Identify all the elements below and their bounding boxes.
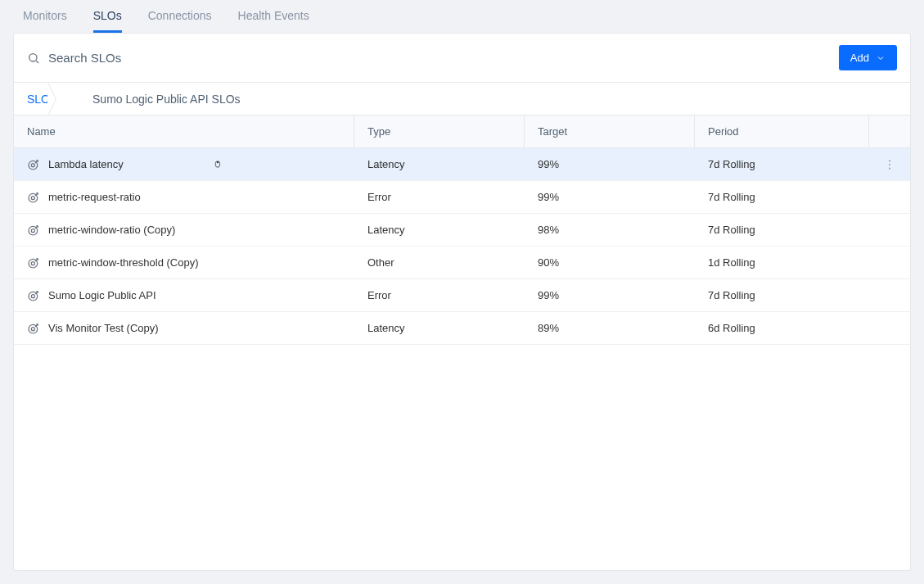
row-type: Other xyxy=(354,248,525,277)
table-body: Lambda latencyLatency99%7d Rollingmetric… xyxy=(14,148,910,345)
row-type: Latency xyxy=(354,215,525,244)
breadcrumb-root[interactable]: SLO xyxy=(27,83,65,115)
chevron-down-icon xyxy=(876,53,886,63)
svg-point-10 xyxy=(31,229,34,232)
svg-point-0 xyxy=(29,53,37,61)
col-actions xyxy=(869,122,910,142)
top-tabs: Monitors SLOs Connections Health Events xyxy=(0,0,924,33)
tab-slos[interactable]: SLOs xyxy=(93,0,122,33)
row-target: 90% xyxy=(525,248,695,277)
target-icon xyxy=(27,191,40,204)
row-name: metric-window-ratio (Copy) xyxy=(48,224,175,236)
row-period: 7d Rolling xyxy=(695,215,869,244)
row-target: 98% xyxy=(525,215,695,244)
table-row[interactable]: metric-window-threshold (Copy)Other90%1d… xyxy=(14,247,910,279)
row-actions xyxy=(869,150,910,179)
row-actions xyxy=(869,189,910,206)
row-name: Lambda latency xyxy=(48,158,124,170)
name-cell: metric-request-ratio xyxy=(14,183,354,212)
row-period: 7d Rolling xyxy=(695,281,869,310)
table-row[interactable]: metric-window-ratio (Copy)Latency98%7d R… xyxy=(14,214,910,247)
row-type: Latency xyxy=(354,314,525,342)
table-header: Name Type Target Period xyxy=(14,115,910,148)
slo-table: Name Type Target Period Lambda latencyLa… xyxy=(14,115,910,570)
col-name[interactable]: Name xyxy=(14,115,354,147)
col-target[interactable]: Target xyxy=(525,115,695,147)
row-period: 1d Rolling xyxy=(695,248,869,277)
more-icon[interactable] xyxy=(882,158,897,171)
tab-monitors[interactable]: Monitors xyxy=(23,0,67,33)
col-period[interactable]: Period xyxy=(695,115,869,147)
row-name: metric-window-threshold (Copy) xyxy=(48,256,199,269)
name-cell: metric-window-threshold (Copy) xyxy=(14,248,354,278)
row-target: 99% xyxy=(525,281,695,310)
tab-health-events[interactable]: Health Events xyxy=(238,0,309,33)
row-actions xyxy=(869,320,910,337)
col-type[interactable]: Type xyxy=(354,115,525,147)
svg-line-1 xyxy=(36,61,38,63)
row-actions xyxy=(869,287,910,304)
row-name: metric-request-ratio xyxy=(48,191,141,203)
svg-point-3 xyxy=(31,163,34,166)
target-icon xyxy=(27,256,40,269)
row-period: 6d Rolling xyxy=(695,314,869,342)
target-icon xyxy=(27,322,40,335)
row-period: 7d Rolling xyxy=(695,183,869,211)
row-period: 7d Rolling xyxy=(695,150,869,179)
name-cell: metric-window-ratio (Copy) xyxy=(14,215,354,245)
breadcrumb: SLO Sumo Logic Public API SLOs xyxy=(14,83,910,115)
breadcrumb-current: Sumo Logic Public API SLOs xyxy=(65,93,241,106)
row-actions xyxy=(869,255,910,271)
svg-point-12 xyxy=(31,261,34,265)
target-icon xyxy=(27,289,40,302)
svg-point-6 xyxy=(889,167,890,169)
svg-point-8 xyxy=(31,196,34,199)
target-icon xyxy=(27,224,40,237)
row-actions xyxy=(869,222,910,238)
table-row[interactable]: Vis Monitor Test (Copy)Latency89%6d Roll… xyxy=(14,312,910,345)
name-cell: Sumo Logic Public API xyxy=(14,281,354,310)
row-target: 99% xyxy=(525,183,695,211)
row-name: Sumo Logic Public API xyxy=(48,289,156,301)
row-type: Error xyxy=(354,281,525,310)
table-row[interactable]: metric-request-ratioError99%7d Rolling xyxy=(14,181,910,214)
row-target: 89% xyxy=(525,314,695,342)
svg-point-4 xyxy=(889,160,890,161)
row-type: Latency xyxy=(354,150,525,179)
row-type: Error xyxy=(354,183,525,211)
table-row[interactable]: Sumo Logic Public APIError99%7d Rolling xyxy=(14,279,910,312)
name-cell: Vis Monitor Test (Copy) xyxy=(14,314,354,343)
table-row[interactable]: Lambda latencyLatency99%7d Rolling xyxy=(14,148,910,181)
row-target: 99% xyxy=(525,150,695,179)
add-button-label: Add xyxy=(850,52,869,64)
row-name: Vis Monitor Test (Copy) xyxy=(48,322,159,334)
svg-point-16 xyxy=(31,327,34,330)
search-input[interactable] xyxy=(48,51,831,65)
search-icon xyxy=(27,52,40,65)
name-cell: Lambda latency xyxy=(14,150,354,179)
svg-point-5 xyxy=(889,163,890,165)
svg-point-14 xyxy=(31,294,34,297)
target-icon xyxy=(27,158,40,171)
tab-connections[interactable]: Connections xyxy=(148,0,212,33)
search-bar: Add xyxy=(14,34,910,83)
add-button[interactable]: Add xyxy=(839,45,897,70)
main-panel: Add SLO Sumo Logic Public API SLOs Name … xyxy=(13,33,911,571)
